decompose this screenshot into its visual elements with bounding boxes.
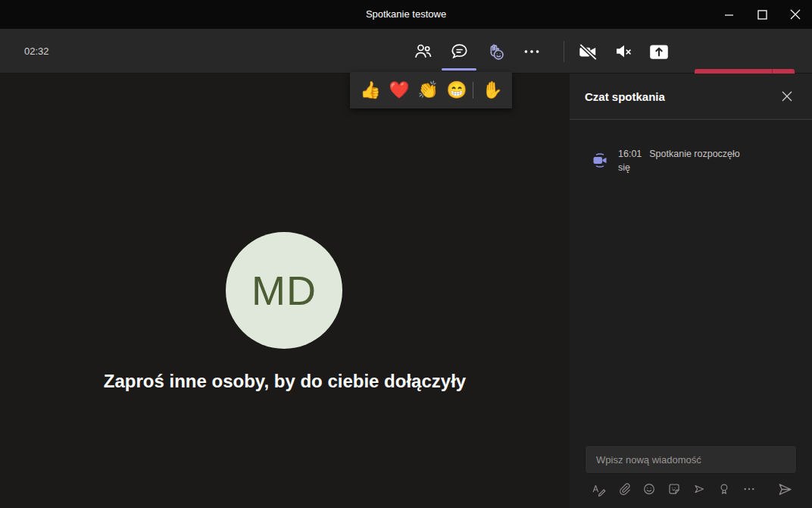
chat-close-button[interactable]	[776, 85, 798, 108]
close-icon	[781, 90, 793, 102]
reactions-icon	[485, 41, 506, 62]
attach-button[interactable]	[616, 481, 632, 497]
minimize-button[interactable]	[712, 0, 745, 29]
share-screen-button[interactable]	[641, 29, 676, 74]
window-title: Spotkanie testowe	[0, 0, 812, 29]
chat-icon	[449, 41, 470, 61]
close-button[interactable]	[779, 0, 812, 29]
sticker-button[interactable]	[666, 481, 682, 497]
reactions-button[interactable]	[477, 29, 514, 74]
reaction-raised-hand-button[interactable]: ✋	[478, 72, 507, 108]
more-options-button[interactable]	[514, 29, 550, 74]
invite-message: Zaproś inne osoby, by do ciebie dołączył…	[0, 371, 570, 392]
chat-panel: Czat spotkania 16:01Spotkanie rozpoczęło…	[570, 74, 812, 508]
message-input-box	[585, 445, 797, 474]
minimize-icon	[724, 10, 734, 20]
sticker-icon	[667, 481, 682, 497]
chat-title: Czat spotkania	[585, 90, 776, 103]
toolbar-center-icons	[404, 29, 550, 74]
message-input[interactable]	[586, 446, 796, 473]
reaction-thumbs-up-button[interactable]: 👍	[356, 72, 385, 108]
device-controls	[570, 29, 676, 74]
video-camera-icon	[591, 151, 609, 169]
format-icon	[591, 481, 607, 497]
camera-toggle-button[interactable]	[570, 29, 605, 74]
maximize-button[interactable]	[745, 0, 779, 29]
meeting-started-text: 16:01Spotkanie rozpoczęło się	[618, 148, 747, 174]
praise-button[interactable]	[716, 481, 732, 497]
meeting-stage: MD Zaproś inne osoby, by do ciebie dołąc…	[0, 74, 570, 508]
meeting-started-message: 16:01Spotkanie rozpoczęło się	[591, 148, 747, 174]
meeting-toolbar: 02:32	[0, 29, 812, 74]
people-icon	[413, 41, 433, 61]
reaction-clap-button[interactable]: 👏	[414, 72, 442, 108]
chat-header: Czat spotkania	[570, 74, 812, 120]
ellipsis-icon	[522, 42, 542, 61]
emoji-button[interactable]	[641, 481, 657, 497]
chat-button[interactable]	[441, 29, 477, 74]
emoji-icon	[642, 481, 657, 497]
camera-off-icon	[576, 41, 599, 62]
reactions-divider	[473, 82, 473, 99]
avatar-initials: MD	[251, 267, 317, 314]
meeting-timer: 02:32	[24, 29, 49, 74]
reactions-popup: 👍 ❤️ 👏 😁 ✋	[350, 72, 512, 108]
stream-button[interactable]	[691, 481, 707, 497]
stream-arrow-icon	[692, 481, 707, 497]
compose-toolbar	[591, 478, 794, 500]
paperclip-icon	[617, 481, 632, 497]
ellipsis-icon	[742, 482, 756, 496]
message-time: 16:01	[618, 149, 642, 159]
avatar: MD	[226, 232, 342, 349]
maximize-icon	[757, 10, 767, 20]
praise-icon	[717, 481, 732, 497]
audio-toggle-button[interactable]	[605, 29, 641, 74]
format-button[interactable]	[591, 481, 607, 497]
reaction-laugh-button[interactable]: 😁	[442, 72, 471, 108]
share-screen-icon	[648, 42, 670, 61]
send-button[interactable]	[776, 480, 794, 498]
window-controls	[712, 0, 812, 29]
speaker-muted-icon	[613, 41, 633, 61]
compose-more-button[interactable]	[741, 481, 757, 497]
send-icon	[776, 481, 794, 498]
toolbar-divider	[564, 41, 564, 62]
close-icon	[790, 9, 801, 20]
reaction-heart-button[interactable]: ❤️	[385, 72, 414, 108]
titlebar: Spotkanie testowe	[0, 0, 812, 29]
participants-button[interactable]	[404, 29, 441, 74]
